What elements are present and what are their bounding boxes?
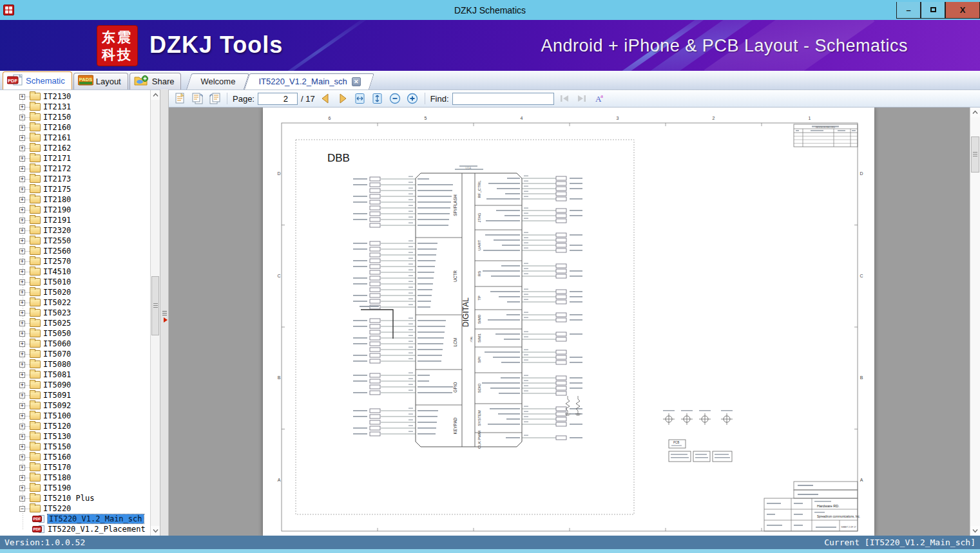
find-input[interactable] — [452, 93, 554, 105]
tree-folder[interactable]: +IT5081 — [0, 370, 150, 380]
tree-folder[interactable]: +IT2175 — [0, 184, 150, 194]
expand-icon[interactable]: + — [19, 228, 25, 234]
expand-icon[interactable]: + — [19, 269, 25, 275]
expand-icon[interactable]: + — [19, 403, 25, 409]
tab-share[interactable]: Share — [130, 73, 182, 89]
tree-folder[interactable]: −IT5220 — [0, 503, 150, 514]
tree-folder[interactable]: +IT5210 Plus — [0, 493, 150, 503]
close-button[interactable]: X — [945, 2, 980, 19]
tree-folder[interactable]: +IT5160 — [0, 452, 150, 462]
tree-scrollbar[interactable] — [150, 90, 160, 536]
expand-icon[interactable]: + — [19, 290, 25, 295]
expand-icon[interactable]: + — [19, 413, 25, 419]
expand-icon[interactable]: + — [19, 125, 25, 131]
tree-folder[interactable]: +IT2171 — [0, 153, 150, 164]
doc-tab-welcome[interactable]: Welcome — [189, 73, 247, 89]
tree-folder[interactable]: +IT2320 — [0, 225, 150, 236]
expand-icon[interactable]: + — [19, 351, 25, 357]
tree-folder[interactable]: +IT5025 — [0, 318, 150, 328]
tab-layout[interactable]: PADS Layout — [73, 73, 128, 89]
expand-icon[interactable]: + — [19, 207, 25, 213]
expand-icon[interactable]: + — [19, 496, 25, 501]
tree-folder[interactable]: +IT2560 — [0, 246, 150, 256]
expand-icon[interactable]: + — [19, 156, 25, 162]
expand-icon[interactable]: + — [19, 434, 25, 440]
expand-icon[interactable]: + — [19, 187, 25, 192]
tree-folder[interactable]: +IT2160 — [0, 122, 150, 133]
expand-icon[interactable]: + — [19, 424, 25, 429]
tree-folder[interactable]: +IT2150 — [0, 112, 150, 122]
tree-folder[interactable]: +IT5070 — [0, 349, 150, 359]
expand-icon[interactable]: + — [19, 218, 25, 223]
pdf-scroll-down-icon[interactable] — [970, 526, 980, 536]
expand-icon[interactable]: + — [19, 279, 25, 285]
panel-splitter[interactable] — [160, 89, 169, 536]
expand-icon[interactable]: + — [19, 166, 25, 172]
tab-schematic[interactable]: PDF Schematic — [3, 71, 72, 89]
tree-folder[interactable]: +IT5091 — [0, 390, 150, 400]
expand-icon[interactable]: + — [19, 362, 25, 368]
pdf-scrollbar[interactable] — [970, 108, 980, 536]
tree-folder[interactable]: +IT5080 — [0, 359, 150, 370]
tree-file[interactable]: PDFIT5220_V1.2_Main_sch — [0, 514, 150, 524]
tree-folder[interactable]: +IT5150 — [0, 442, 150, 452]
tab-close-icon[interactable]: ✕ — [352, 77, 361, 86]
tree-folder[interactable]: +IT2162 — [0, 143, 150, 153]
pdf-scroll-thumb[interactable] — [971, 136, 979, 173]
zoom-in-icon[interactable] — [405, 92, 419, 105]
tree-folder[interactable]: +IT2173 — [0, 174, 150, 184]
expand-icon[interactable]: + — [19, 310, 25, 316]
tree-folder[interactable]: +IT2161 — [0, 133, 150, 143]
doc-tab-main-sch[interactable]: IT5220_V1.2_Main_sch ✕ — [247, 73, 372, 89]
schematic-page[interactable]: 654321DDCCBBAADBBU1ADIGITALXTALSPI/FLASH… — [263, 108, 874, 536]
pdf-scroll-up-icon[interactable] — [970, 108, 980, 117]
expand-icon[interactable]: + — [19, 115, 25, 120]
expand-icon[interactable]: + — [19, 300, 25, 306]
page-thumbnail-icon[interactable] — [173, 92, 187, 105]
tree-folder[interactable]: +IT5020 — [0, 287, 150, 297]
expand-icon[interactable]: + — [19, 341, 25, 347]
tree-folder[interactable]: +IT5170 — [0, 462, 150, 473]
minimize-button[interactable]: – — [896, 2, 921, 19]
next-page-icon[interactable] — [336, 92, 350, 105]
tree-scroll-thumb[interactable] — [151, 276, 159, 335]
pdf-viewport[interactable]: 654321DDCCBBAADBBU1ADIGITALXTALSPI/FLASH… — [169, 108, 980, 536]
tree-folder[interactable]: +IT2191 — [0, 215, 150, 225]
expand-icon[interactable]: + — [19, 197, 25, 203]
expand-icon[interactable]: + — [19, 465, 25, 471]
tree-folder[interactable]: +IT5180 — [0, 473, 150, 483]
tree-scroll-up-icon[interactable] — [151, 90, 160, 100]
expand-icon[interactable]: + — [19, 485, 25, 491]
find-next-icon[interactable] — [575, 92, 589, 105]
tree-folder[interactable]: +IT5023 — [0, 308, 150, 318]
expand-icon[interactable]: + — [19, 135, 25, 141]
expand-icon[interactable]: + — [19, 382, 25, 388]
tree-folder[interactable]: +IT5130 — [0, 431, 150, 442]
tree-folder[interactable]: +IT2190 — [0, 205, 150, 215]
tree-scroll-down-icon[interactable] — [151, 526, 160, 536]
page-input[interactable] — [258, 93, 298, 105]
expand-icon[interactable]: + — [19, 444, 25, 450]
expand-icon[interactable]: + — [19, 455, 25, 460]
expand-icon[interactable]: + — [19, 372, 25, 378]
expand-icon[interactable]: + — [19, 321, 25, 326]
tree-folder[interactable]: +IT2550 — [0, 236, 150, 246]
tree-folder[interactable]: +IT2130 — [0, 91, 150, 102]
expand-icon[interactable]: + — [19, 393, 25, 398]
tree-folder[interactable]: +IT4510 — [0, 267, 150, 277]
expand-icon[interactable]: + — [19, 475, 25, 481]
tree-folder[interactable]: +IT2172 — [0, 164, 150, 174]
tree-folder[interactable]: +IT5100 — [0, 411, 150, 421]
expand-icon[interactable]: + — [19, 145, 25, 151]
tree-folder[interactable]: +IT2131 — [0, 102, 150, 112]
tree-folder[interactable]: +IT5090 — [0, 380, 150, 390]
splitter-collapse-icon[interactable] — [164, 317, 168, 323]
tree-folder[interactable]: +IT2180 — [0, 194, 150, 205]
find-previous-icon[interactable] — [557, 92, 572, 105]
maximize-button[interactable] — [921, 2, 945, 19]
previous-page-icon[interactable] — [318, 92, 332, 105]
tree-folder[interactable]: +IT5050 — [0, 328, 150, 339]
expand-icon[interactable]: + — [19, 176, 25, 182]
expand-icon[interactable]: + — [19, 238, 25, 244]
fit-page-icon[interactable] — [370, 92, 385, 105]
